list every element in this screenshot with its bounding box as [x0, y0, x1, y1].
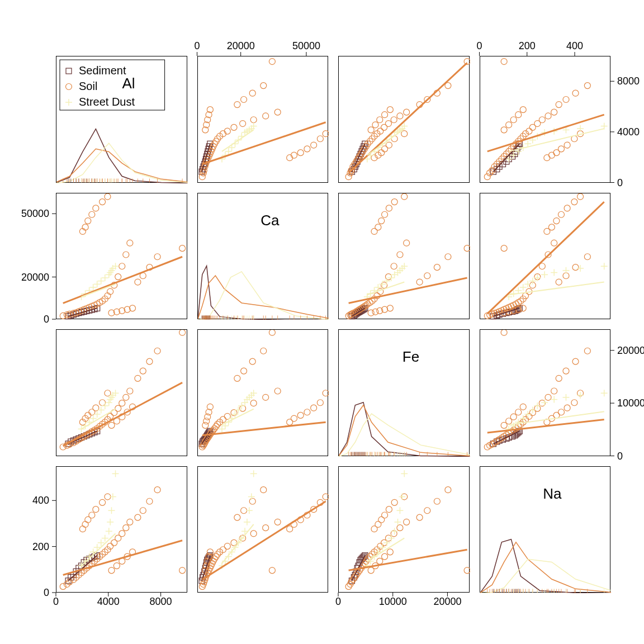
svg-line-383	[63, 257, 182, 303]
svg-point-486	[378, 217, 385, 224]
svg-line-683	[68, 431, 97, 444]
panel-al-ca	[197, 56, 329, 183]
svg-point-638	[115, 405, 121, 411]
svg-text:20000: 20000	[21, 272, 49, 283]
svg-point-343	[85, 217, 91, 224]
svg-point-500	[387, 305, 393, 311]
svg-text:0: 0	[194, 40, 200, 51]
svg-point-266	[564, 142, 570, 148]
svg-point-940	[119, 530, 125, 536]
svg-point-494	[434, 264, 440, 270]
svg-point-260	[545, 113, 551, 119]
svg-point-339	[123, 251, 129, 257]
svg-point-496	[368, 310, 374, 316]
svg-point-1103	[378, 517, 385, 523]
svg-point-1016	[224, 543, 230, 549]
svg-point-493	[424, 272, 430, 278]
svg-point-571	[556, 279, 562, 285]
svg-point-160	[345, 174, 352, 180]
panel-fe-na	[480, 329, 611, 456]
svg-point-878	[510, 414, 517, 420]
svg-point-650	[135, 375, 141, 381]
svg-point-1099	[397, 524, 403, 531]
svg-text:0: 0	[44, 314, 49, 325]
svg-text:20000: 20000	[433, 596, 461, 607]
svg-point-869	[571, 400, 577, 406]
svg-point-951	[135, 514, 141, 520]
svg-point-487	[382, 211, 388, 217]
svg-point-955	[108, 567, 115, 573]
svg-point-956	[113, 562, 120, 569]
svg-point-1029	[269, 567, 275, 573]
svg-point-731	[249, 358, 255, 364]
svg-point-649	[179, 330, 186, 335]
svg-text:10000: 10000	[617, 397, 644, 409]
svg-text:200: 200	[32, 541, 49, 552]
svg-point-347	[105, 193, 111, 200]
svg-point-110	[323, 131, 329, 137]
svg-point-103	[274, 109, 281, 115]
svg-point-261	[551, 109, 557, 115]
svg-text:50000: 50000	[292, 40, 320, 51]
svg-point-272	[572, 90, 579, 96]
svg-point-352	[154, 253, 160, 259]
panel-ca-ca: Ca	[197, 193, 329, 320]
svg-point-483	[404, 240, 410, 246]
svg-line-985	[63, 540, 182, 575]
svg-point-1102	[375, 521, 381, 527]
svg-point-346	[100, 198, 106, 205]
svg-line-1064	[202, 501, 325, 579]
panel-na-al	[56, 466, 187, 593]
svg-point-488	[386, 205, 392, 211]
svg-point-729	[234, 375, 240, 381]
svg-point-180	[391, 117, 397, 123]
svg-point-653	[154, 348, 160, 354]
svg-point-724	[304, 409, 310, 415]
svg-point-269	[501, 59, 507, 65]
svg-text:4000: 4000	[97, 596, 120, 607]
svg-point-273	[584, 83, 590, 89]
svg-point-482	[397, 251, 403, 257]
svg-point-182	[404, 109, 410, 115]
svg-point-943	[79, 525, 86, 532]
svg-point-639	[119, 400, 125, 406]
panel-ca-na	[480, 193, 611, 320]
svg-point-196	[372, 122, 378, 128]
svg-point-99	[230, 124, 236, 130]
svg-point-720	[274, 388, 281, 394]
svg-point-1033	[260, 486, 266, 493]
svg-point-565	[553, 217, 559, 224]
svg-point-879	[515, 409, 521, 415]
svg-point-569	[577, 193, 583, 200]
svg-point-652	[146, 358, 153, 364]
svg-point-654	[108, 422, 115, 428]
svg-point-1032	[249, 498, 255, 504]
svg-point-198	[382, 112, 388, 118]
var-label-al: Al	[122, 75, 135, 92]
svg-point-733	[202, 422, 208, 428]
svg-point-179	[385, 121, 391, 127]
panel-al-na	[480, 56, 611, 183]
svg-text:0: 0	[617, 177, 623, 188]
svg-line-225	[349, 63, 467, 173]
svg-text:50000: 50000	[21, 208, 49, 219]
svg-point-1030	[234, 514, 240, 520]
svg-text:20000: 20000	[227, 40, 255, 51]
svg-point-721	[286, 419, 292, 425]
svg-point-199	[387, 107, 393, 113]
svg-point-1115	[377, 558, 383, 564]
svg-point-935	[102, 548, 108, 555]
svg-point-641	[127, 388, 133, 394]
svg-point-570	[501, 245, 507, 251]
svg-point-719	[262, 394, 268, 400]
svg-point-491	[464, 245, 470, 251]
svg-point-717	[239, 405, 245, 411]
svg-point-566	[558, 211, 564, 217]
svg-point-730	[240, 368, 247, 374]
svg-point-562	[551, 240, 557, 246]
svg-text:10000: 10000	[379, 596, 407, 607]
svg-point-718	[250, 400, 257, 406]
svg-line-146	[202, 122, 325, 164]
svg-line-906	[487, 419, 604, 433]
svg-point-490	[401, 193, 408, 200]
